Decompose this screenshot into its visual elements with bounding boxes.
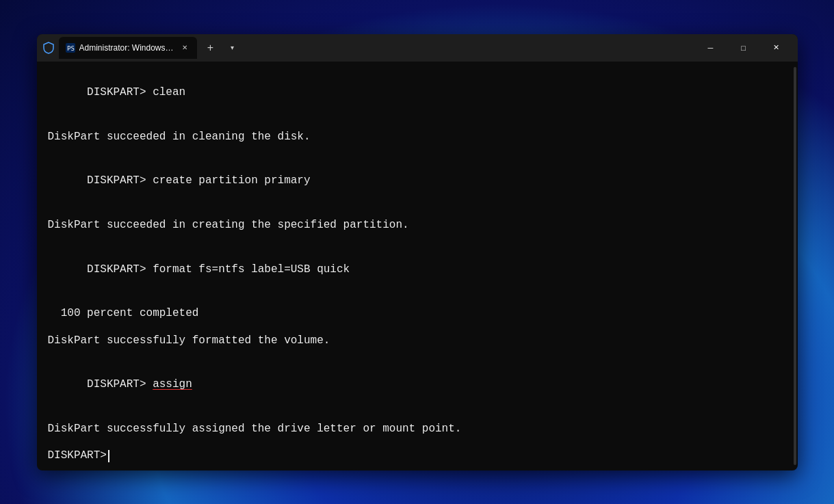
current-line: DISKPART> <box>48 447 787 465</box>
svg-text:PS: PS <box>67 45 75 52</box>
terminal-body[interactable]: DISKPART> clean DiskPart succeeded in cl… <box>37 62 798 470</box>
output-percent: 100 percent completed <box>48 305 787 323</box>
window-controls: ─ □ ✕ <box>695 37 792 59</box>
spacer-1 <box>48 119 787 128</box>
terminal-window: PS Administrator: Windows Powe ✕ + ▾ ─ □… <box>37 34 798 470</box>
powershell-tab-icon: PS <box>66 43 75 53</box>
spacer-8 <box>48 411 787 420</box>
spacer-9 <box>48 438 787 447</box>
cmd-format: format fs=ntfs label=USB quick <box>153 263 350 276</box>
titlebar: PS Administrator: Windows Powe ✕ + ▾ ─ □… <box>37 34 798 62</box>
titlebar-left: PS Administrator: Windows Powe ✕ + ▾ <box>42 37 692 59</box>
shield-icon <box>42 42 55 54</box>
line-3: DISKPART> format fs=ntfs label=USB quick <box>48 243 787 296</box>
prompt-2: DISKPART> <box>87 174 153 187</box>
cmd-clean: clean <box>153 86 185 98</box>
scrollbar[interactable] <box>794 67 796 465</box>
line-4: DISKPART> assign <box>48 359 787 412</box>
cmd-create: create partition primary <box>153 174 310 187</box>
output-create: DiskPart succeeded in creating the speci… <box>48 217 787 235</box>
output-clean: DiskPart succeeded in cleaning the disk. <box>48 129 787 146</box>
spacer-6 <box>48 323 787 332</box>
tab-title: Administrator: Windows Powe <box>79 43 175 53</box>
close-button[interactable]: ✕ <box>761 37 792 59</box>
line-1: DISKPART> clean <box>48 67 787 120</box>
minimize-button[interactable]: ─ <box>695 37 727 59</box>
tab-close-button[interactable]: ✕ <box>179 42 190 53</box>
spacer-7 <box>48 349 787 358</box>
cmd-assign: assign <box>153 378 192 390</box>
maximize-button[interactable]: □ <box>728 37 759 59</box>
spacer-5 <box>48 296 787 305</box>
spacer-3 <box>48 208 787 217</box>
tab-powershell[interactable]: PS Administrator: Windows Powe ✕ <box>59 37 197 59</box>
prompt-1: DISKPART> <box>87 86 153 98</box>
output-format: DiskPart successfully formatted the volu… <box>48 332 787 350</box>
output-assign: DiskPart successfully assigned the drive… <box>48 421 787 438</box>
cursor-blink <box>108 450 109 462</box>
prompt-3: DISKPART> <box>87 263 153 276</box>
line-2: DISKPART> create partition primary <box>48 155 787 208</box>
tab-dropdown-button[interactable]: ▾ <box>224 40 241 56</box>
new-tab-button[interactable]: + <box>201 38 220 57</box>
spacer-2 <box>48 146 787 155</box>
prompt-5: DISKPART> <box>48 447 107 465</box>
prompt-4: DISKPART> <box>87 378 153 390</box>
spacer-4 <box>48 235 787 243</box>
